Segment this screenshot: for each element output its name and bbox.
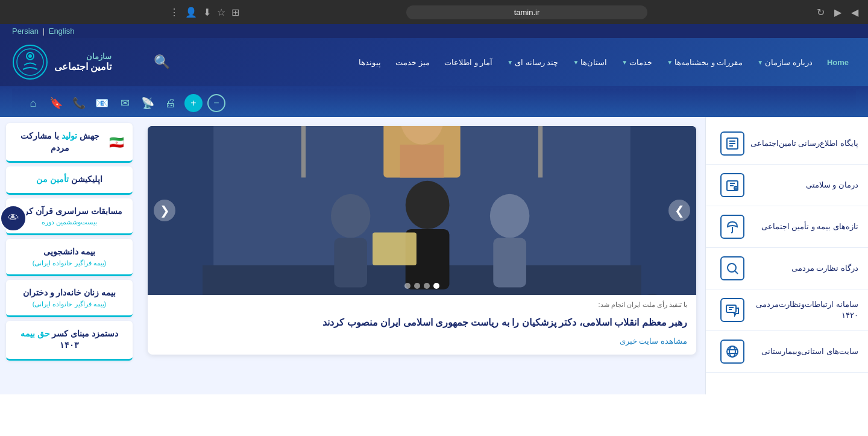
svg-point-49	[331, 194, 371, 238]
menu-icon[interactable]: ⋮	[169, 7, 179, 18]
back-button[interactable]: ◀	[849, 4, 861, 21]
english-link[interactable]: English	[49, 27, 75, 36]
svg-rect-54	[493, 238, 526, 288]
svg-rect-58	[400, 145, 444, 178]
sidebar-health-icon	[720, 173, 744, 197]
nav-services[interactable]: خدمات ▼	[614, 53, 659, 72]
main-navigation: Home درباره سازمان ▼ مقررات و بخشنامه‌ها…	[179, 53, 856, 72]
sidebar-globe-icon	[720, 340, 744, 364]
news-image: ❯ ❮	[148, 126, 696, 295]
logo-area: سازمان تامین اجتماعی	[12, 44, 145, 80]
main-content: پایگاه اطلاع‌رسانی تامین‌اجتماعی درمان و…	[0, 117, 868, 394]
card-app-title: اپلیکیشن تأمین من	[14, 174, 124, 186]
sidebar-card-women[interactable]: بیمه زنان خانه‌دار و دختران (بیمه فراگیر…	[6, 280, 133, 317]
star-icon[interactable]: ☆	[217, 7, 225, 18]
rss-button[interactable]: 📡	[139, 94, 157, 112]
svg-point-51	[406, 181, 450, 229]
print-button[interactable]: 🖨	[162, 94, 180, 112]
forward-button[interactable]: ▶	[832, 4, 844, 21]
decrease-font-button[interactable]: −	[207, 94, 225, 112]
nav-multimedia[interactable]: چند رسانه ای ▼	[500, 53, 565, 72]
caret-icon: ▼	[621, 59, 627, 66]
sidebar-item-oversight-text: درگاه نظارت مردمی	[791, 263, 858, 274]
mail-button[interactable]: ✉	[116, 94, 134, 112]
nav-desk[interactable]: میز خدمت	[388, 53, 437, 72]
carousel-dot-1[interactable]	[433, 283, 439, 289]
nav-links[interactable]: پیوندها	[351, 53, 388, 72]
svg-point-20	[727, 346, 738, 357]
nav-regulations[interactable]: مقررات و بخشنامه‌ها ▼	[659, 53, 750, 72]
nav-home[interactable]: Home	[820, 53, 856, 72]
contact2-button[interactable]: 📧	[93, 94, 111, 112]
sidebar-item-info[interactable]: پایگاه اطلاع‌رسانی تامین‌اجتماعی	[706, 123, 868, 165]
sidebar-item-health-text: درمان و سلامتی	[806, 180, 858, 191]
language-bar: Persian | English	[0, 24, 868, 38]
caret-icon: ▼	[573, 59, 579, 66]
left-sidebar: پایگاه اطلاع‌رسانی تامین‌اجتماعی درمان و…	[705, 117, 868, 394]
sidebar-item-insurance-news[interactable]: تازه‌های بیمه و تأمین اجتماعی	[706, 206, 868, 248]
card-production-title: جهش تولید با مشارکت مردم	[14, 130, 105, 154]
search-button[interactable]: 🔍	[145, 54, 179, 70]
sidebar-item-1420-text: سامانه ارتباطات‌ونظارت‌مردمی ۱۴۲۰	[744, 299, 858, 321]
svg-rect-50	[334, 238, 367, 288]
carousel-dot-3[interactable]	[414, 283, 420, 289]
sidebar-umbrella-icon	[720, 215, 744, 239]
sidebar-card-app[interactable]: اپلیکیشن تأمین من	[6, 166, 133, 195]
sidebar-item-oversight[interactable]: درگاه نظارت مردمی	[706, 248, 868, 289]
news-card: ❯ ❮ با تنفیذ رأی ملت ایران انجام شد: رهب…	[148, 126, 696, 355]
svg-line-16	[735, 271, 738, 274]
sidebar-item-info-text: پایگاه اطلاع‌رسانی تامین‌اجتماعی	[750, 138, 858, 149]
nav-provinces[interactable]: استان‌ها ▼	[565, 53, 614, 72]
nav-stats[interactable]: آمار و اطلاعات	[437, 53, 500, 72]
increase-font-button[interactable]: +	[184, 94, 203, 112]
persian-link[interactable]: Persian	[12, 27, 39, 36]
sidebar-item-1420[interactable]: سامانه ارتباطات‌ونظارت‌مردمی ۱۴۲۰	[706, 289, 868, 331]
sidebar-item-provincial-sites-text: سایت‌های استانی‌وبیمارستانی	[761, 346, 858, 357]
carousel-next-button[interactable]: ❮	[154, 200, 175, 221]
sidebar-chat-icon	[720, 298, 744, 322]
download-icon[interactable]: ⬇	[203, 7, 211, 18]
carousel-dot-4[interactable]	[404, 283, 410, 289]
carousel-dot-2[interactable]	[424, 283, 430, 289]
sidebar-item-provincial-sites[interactable]: سایت‌های استانی‌وبیمارستانی	[706, 331, 868, 373]
card-women-title: بیمه زنان خانه‌دار و دختران	[14, 287, 124, 299]
caret-icon: ▼	[667, 59, 673, 66]
iran-flag: 🇮🇷	[109, 135, 124, 150]
news-title: رهبر معظم انقلاب اسلامی، دکتر پزشکیان را…	[148, 312, 696, 333]
logo-emblem	[12, 44, 48, 80]
lang-separator: |	[43, 27, 45, 36]
accessibility-button[interactable]: 👁	[0, 205, 27, 232]
card-student-sub: (بیمه فراگیر خانواده ایرانی)	[14, 259, 124, 267]
card-quran-sub: بیست‌وششمین دوره	[14, 218, 124, 226]
svg-rect-61	[301, 126, 306, 177]
accessibility-icon: 👁	[8, 212, 19, 224]
card-student-title: بیمه دانشجویی	[14, 246, 124, 258]
svg-rect-55	[373, 232, 417, 265]
browser-toolbar-icons: ⊞ ☆ ⬇ 👤 ⋮	[169, 7, 239, 18]
svg-point-0	[13, 45, 47, 79]
right-sidebar: 🇮🇷 جهش تولید با مشارکت مردم اپلیکیشن تأم…	[0, 117, 139, 394]
svg-point-15	[728, 264, 736, 272]
news-read-more-link[interactable]: مشاهده سایت خبری	[148, 333, 696, 355]
site-header: سازمان تامین اجتماعی 🔍 Home درباره سازما…	[0, 38, 868, 86]
address-bar[interactable]	[406, 5, 647, 19]
sidebar-info-icon	[720, 131, 744, 156]
sidebar-card-wage[interactable]: دستمزد مبنای کسر حق بیمه ۱۴۰۳	[6, 321, 133, 361]
sidebar-search-icon	[720, 256, 744, 280]
nav-about[interactable]: درباره سازمان ▼	[750, 53, 820, 72]
home-toolbar-button[interactable]: ⌂	[24, 94, 42, 112]
carousel-prev-button[interactable]: ❯	[668, 200, 690, 221]
caret-icon: ▼	[507, 59, 513, 66]
sidebar-card-production[interactable]: 🇮🇷 جهش تولید با مشارکت مردم	[6, 123, 133, 163]
card-quran-title: مسابقات سراسری قرآن کریم	[14, 206, 124, 218]
caret-icon: ▼	[757, 59, 763, 66]
reload-button[interactable]: ↻	[814, 4, 827, 21]
translate-icon[interactable]: ⊞	[231, 7, 239, 18]
bookmark-button[interactable]: 🔖	[47, 94, 65, 112]
profile-icon[interactable]: 👤	[185, 7, 197, 18]
phone-button[interactable]: 📞	[70, 94, 88, 112]
sidebar-card-student[interactable]: بیمه دانشجویی (بیمه فراگیر خانواده ایران…	[6, 239, 133, 276]
sidebar-item-health[interactable]: درمان و سلامتی	[706, 165, 868, 206]
carousel-dots	[404, 283, 439, 289]
center-content: ❯ ❮ با تنفیذ رأی ملت ایران انجام شد: رهب…	[139, 117, 705, 394]
